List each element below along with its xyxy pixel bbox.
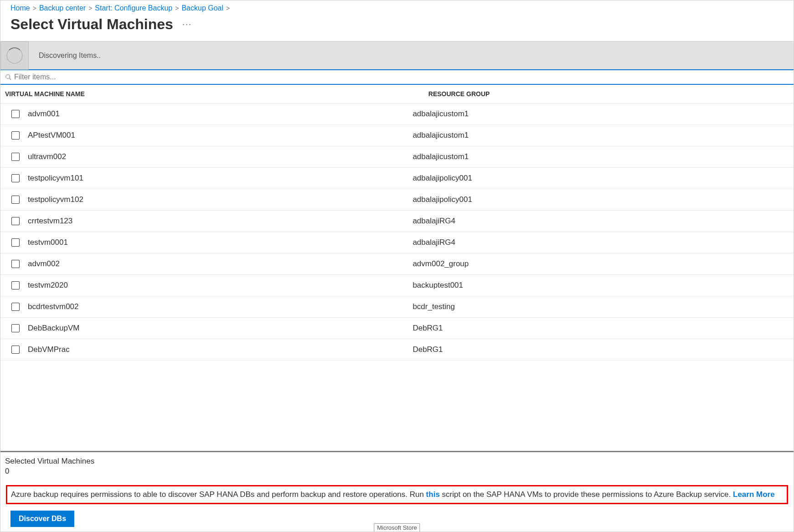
table-row[interactable]: crrtestvm123adbalajiRG4 xyxy=(0,211,794,232)
resource-group-cell: bcdr_testing xyxy=(412,302,789,311)
vm-name-cell: DebVMPrac xyxy=(28,345,412,354)
row-checkbox[interactable] xyxy=(11,324,20,332)
table-row[interactable]: advm001adbalajicustom1 xyxy=(0,103,794,125)
breadcrumb-home[interactable]: Home xyxy=(10,4,30,12)
row-checkbox[interactable] xyxy=(11,260,20,268)
row-checkbox[interactable] xyxy=(11,281,20,289)
page-title: Select Virtual Machines xyxy=(10,16,173,33)
breadcrumb-backup-center[interactable]: Backup center xyxy=(39,4,86,12)
vm-name-cell: DebBackupVM xyxy=(28,324,412,333)
row-checkbox[interactable] xyxy=(11,238,20,247)
table-row[interactable]: testvm2020backuptest001 xyxy=(0,275,794,296)
row-checkbox[interactable] xyxy=(11,196,20,204)
vm-name-cell: APtestVM001 xyxy=(28,131,412,140)
chevron-right-icon: > xyxy=(226,5,230,12)
table-row[interactable]: DebVMPracDebRG1 xyxy=(0,339,794,361)
vm-name-cell: ultravm002 xyxy=(28,152,412,161)
taskbar-tooltip: Microsoft Store xyxy=(374,523,420,532)
row-checkbox[interactable] xyxy=(11,110,20,118)
spinner-box xyxy=(0,41,29,70)
discover-dbs-button[interactable]: Discover DBs xyxy=(10,511,74,527)
vm-name-cell: advm002 xyxy=(28,259,412,269)
chevron-right-icon: > xyxy=(175,5,179,12)
table-header-row: VIRTUAL MACHINE NAME RESOURCE GROUP xyxy=(0,85,794,103)
resource-group-cell: adbalajipolicy001 xyxy=(412,174,789,183)
learn-more-link[interactable]: Learn More xyxy=(733,490,775,499)
resource-group-cell: DebRG1 xyxy=(412,345,789,354)
row-checkbox[interactable] xyxy=(11,217,20,225)
search-icon xyxy=(5,74,11,80)
filter-input[interactable] xyxy=(14,73,789,81)
resource-group-cell: adbalajiRG4 xyxy=(412,238,789,247)
row-checkbox[interactable] xyxy=(11,174,20,182)
chevron-right-icon: > xyxy=(33,5,36,12)
info-text-mid: script on the SAP HANA VMs to provide th… xyxy=(440,490,733,499)
resource-group-cell: adbalajicustom1 xyxy=(412,131,789,140)
selected-vms-label: Selected Virtual Machines xyxy=(5,457,789,466)
vm-name-cell: testvm2020 xyxy=(28,281,412,290)
table-row[interactable]: testpolicyvm101adbalajipolicy001 xyxy=(0,168,794,189)
svg-point-0 xyxy=(6,75,10,79)
table-row[interactable]: APtestVM001adbalajicustom1 xyxy=(0,125,794,146)
row-checkbox[interactable] xyxy=(11,131,20,139)
vm-name-cell: advm001 xyxy=(28,109,412,119)
filter-row xyxy=(0,69,794,85)
loading-spinner-icon xyxy=(6,47,23,64)
info-text-prefix: Azure backup requires permissions to abl… xyxy=(11,490,426,499)
column-header-resource-group[interactable]: RESOURCE GROUP xyxy=(428,90,789,98)
row-checkbox[interactable] xyxy=(11,153,20,161)
more-actions-icon[interactable]: ··· xyxy=(182,20,192,29)
breadcrumb-configure-backup[interactable]: Start: Configure Backup xyxy=(95,4,172,12)
selected-vms-count: 0 xyxy=(5,467,789,476)
vm-name-cell: crrtestvm123 xyxy=(28,217,412,226)
table-row[interactable]: ultravm002adbalajicustom1 xyxy=(0,146,794,168)
svg-line-1 xyxy=(10,78,11,80)
script-link[interactable]: this xyxy=(426,490,440,499)
row-checkbox[interactable] xyxy=(11,346,20,354)
resource-group-cell: adbalajicustom1 xyxy=(412,152,789,161)
resource-group-cell: adbalajicustom1 xyxy=(412,109,789,119)
resource-group-cell: adbalajiRG4 xyxy=(412,217,789,226)
breadcrumb: Home > Backup center > Start: Configure … xyxy=(0,0,794,14)
resource-group-cell: advm002_group xyxy=(412,259,789,269)
vm-name-cell: testpolicyvm102 xyxy=(28,195,412,204)
status-bar: Discovering Items.. xyxy=(0,41,794,69)
vm-table: VIRTUAL MACHINE NAME RESOURCE GROUP advm… xyxy=(0,85,794,361)
row-checkbox[interactable] xyxy=(11,303,20,311)
column-header-vm-name[interactable]: VIRTUAL MACHINE NAME xyxy=(5,90,428,98)
resource-group-cell: backuptest001 xyxy=(412,281,789,290)
table-row[interactable]: advm002advm002_group xyxy=(0,253,794,275)
chevron-right-icon: > xyxy=(88,5,92,12)
table-row[interactable]: bcdrtestvm002bcdr_testing xyxy=(0,296,794,318)
resource-group-cell: DebRG1 xyxy=(412,324,789,333)
vm-name-cell: bcdrtestvm002 xyxy=(28,302,412,311)
table-row[interactable]: testvm0001adbalajiRG4 xyxy=(0,232,794,253)
resource-group-cell: adbalajipolicy001 xyxy=(412,195,789,204)
vm-name-cell: testvm0001 xyxy=(28,238,412,247)
table-row[interactable]: testpolicyvm102adbalajipolicy001 xyxy=(0,189,794,211)
footer-section: Selected Virtual Machines 0 Azure backup… xyxy=(0,451,794,532)
table-row[interactable]: DebBackupVMDebRG1 xyxy=(0,318,794,339)
breadcrumb-backup-goal[interactable]: Backup Goal xyxy=(181,4,223,12)
permissions-info-box: Azure backup requires permissions to abl… xyxy=(6,485,788,504)
vm-name-cell: testpolicyvm101 xyxy=(28,174,412,183)
status-message: Discovering Items.. xyxy=(29,52,101,60)
